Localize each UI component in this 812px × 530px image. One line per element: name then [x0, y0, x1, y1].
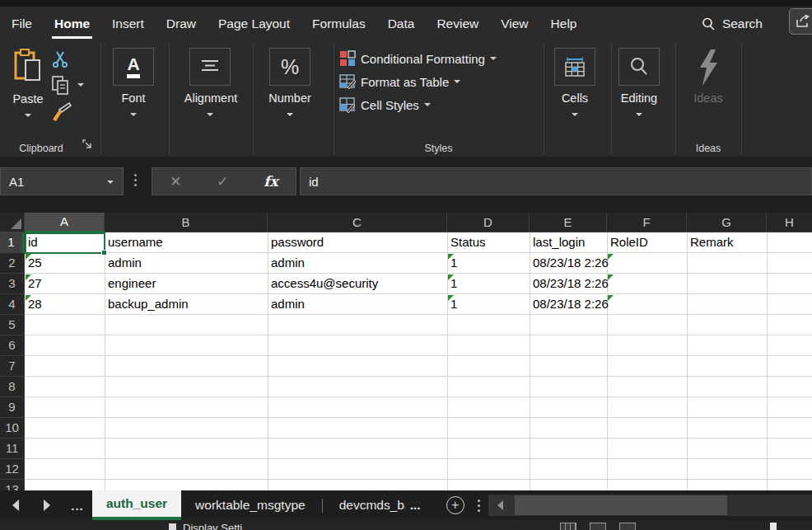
formula-input[interactable]: id — [300, 167, 812, 195]
alignment-dropdown-caret[interactable] — [207, 113, 213, 116]
select-all-corner[interactable] — [0, 213, 25, 232]
row-header-11[interactable]: 11 — [0, 439, 24, 459]
search-button[interactable]: Search — [702, 16, 763, 31]
sheet-nav-left-button[interactable] — [0, 490, 31, 520]
cells-button[interactable] — [554, 48, 595, 86]
tab-file[interactable]: File — [12, 16, 32, 31]
column-header-b[interactable]: B — [105, 213, 268, 232]
new-sheet-button[interactable]: + — [446, 496, 464, 514]
conditional-formatting-button[interactable]: Conditional Formatting — [339, 50, 497, 67]
column-header-c[interactable]: C — [268, 213, 447, 232]
spreadsheet-grid[interactable]: id username password Status last_login R… — [25, 232, 812, 490]
clipboard-dialog-launcher[interactable] — [82, 138, 92, 152]
horizontal-scrollbar[interactable] — [488, 495, 812, 516]
cells-dropdown-caret[interactable] — [572, 113, 578, 116]
tab-page-layout[interactable]: Page Layout — [218, 16, 290, 31]
cell-E3[interactable]: 08/23/18 2:26 — [530, 274, 609, 294]
cell-E1[interactable]: last_login — [530, 232, 585, 253]
tab-help[interactable]: Help — [551, 16, 577, 31]
column-header-e[interactable]: E — [530, 213, 607, 232]
cell-C3[interactable]: access4u@security — [268, 274, 378, 294]
enter-icon[interactable]: ✓ — [217, 173, 228, 190]
cell-B2[interactable]: admin — [105, 253, 142, 274]
styles-group-label: Styles — [334, 143, 544, 154]
row-header-3[interactable]: 3 — [0, 274, 24, 294]
display-settings-label[interactable]: Display Setti — [183, 522, 242, 530]
sheet-tab-worktable-msgtype[interactable]: worktable_msgtype — [181, 490, 320, 520]
cell-B1[interactable]: username — [105, 232, 163, 253]
cell-styles-button[interactable]: Cell Styles — [339, 96, 431, 113]
sheet-tab-auth-user[interactable]: auth_user — [92, 490, 181, 520]
more-sheets-indicator[interactable]: ... — [63, 490, 92, 520]
row-header-10[interactable]: 10 — [0, 418, 24, 439]
column-header-f[interactable]: F — [607, 213, 687, 232]
row-header-9[interactable]: 9 — [0, 397, 24, 418]
cut-button[interactable] — [51, 50, 69, 72]
row-header-7[interactable]: 7 — [0, 356, 24, 377]
copy-dropdown-caret[interactable] — [77, 83, 84, 87]
tab-view[interactable]: View — [501, 16, 528, 31]
view-normal-button[interactable] — [560, 523, 576, 530]
tab-truncation-ellipsis: ... — [410, 498, 421, 513]
name-box[interactable]: A1 — [0, 167, 124, 195]
share-button[interactable] — [789, 8, 812, 35]
font-button[interactable]: A — [113, 48, 154, 86]
tab-data[interactable]: Data — [388, 16, 415, 31]
column-header-h[interactable]: H — [767, 213, 812, 232]
scroll-left-button[interactable] — [488, 495, 513, 516]
fill-handle[interactable] — [101, 250, 107, 256]
cell-C2[interactable]: admin — [268, 253, 305, 274]
sheet-options-button[interactable] — [478, 500, 480, 512]
cells-label: Cells — [542, 91, 608, 105]
cell-G1[interactable]: Remark — [687, 232, 734, 253]
cell-C1[interactable]: password — [268, 232, 324, 253]
cell-B3[interactable]: engineer — [105, 274, 156, 294]
sheet-tab-devcmds[interactable]: devcmds_ba ... — [325, 490, 435, 520]
cell-D1[interactable]: Status — [447, 232, 486, 253]
alignment-button[interactable] — [189, 48, 231, 86]
number-dropdown-caret[interactable] — [287, 113, 293, 116]
cancel-icon[interactable]: ✕ — [170, 173, 181, 190]
cell-F1[interactable]: RoleID — [607, 232, 648, 253]
cell-E2[interactable]: 08/23/18 2:26 — [530, 253, 609, 274]
row-header-8[interactable]: 8 — [0, 377, 24, 397]
zoom-slider-handle[interactable] — [770, 523, 777, 530]
row-header-6[interactable]: 6 — [0, 335, 24, 356]
cell-C4[interactable]: admin — [268, 294, 305, 315]
search-icon — [702, 17, 715, 30]
tab-draw[interactable]: Draw — [166, 16, 196, 31]
number-button[interactable]: % — [269, 48, 310, 86]
scrollbar-thumb[interactable] — [515, 495, 727, 515]
ideas-button[interactable] — [685, 48, 731, 91]
column-header-a[interactable]: A — [25, 213, 105, 232]
cell-B4[interactable]: backup_admin — [105, 294, 189, 315]
name-box-caret[interactable] — [107, 181, 114, 184]
formula-bar-grip[interactable] — [134, 174, 137, 186]
column-header-g[interactable]: G — [687, 213, 767, 232]
paste-dropdown-caret[interactable] — [25, 114, 31, 117]
row-header-5[interactable]: 5 — [0, 315, 24, 335]
titlebar-strip — [0, 0, 812, 7]
editing-button[interactable] — [618, 48, 660, 86]
view-page-break-button[interactable] — [619, 523, 636, 530]
tab-review[interactable]: Review — [436, 16, 478, 31]
font-dropdown-caret[interactable] — [130, 113, 137, 116]
paste-button[interactable] — [7, 48, 49, 87]
row-header-12[interactable]: 12 — [0, 459, 24, 480]
view-page-layout-button[interactable] — [590, 523, 606, 530]
editing-dropdown-caret[interactable] — [636, 113, 642, 116]
row-header-1[interactable]: 1 — [0, 232, 24, 253]
format-painter-button[interactable] — [49, 101, 72, 126]
tab-home[interactable]: Home — [54, 16, 90, 31]
column-header-d[interactable]: D — [447, 213, 530, 232]
tab-insert[interactable]: Insert — [112, 16, 144, 31]
copy-button[interactable] — [51, 75, 72, 100]
cell-E4[interactable]: 08/23/18 2:26 — [530, 294, 609, 315]
tab-formulas[interactable]: Formulas — [312, 16, 366, 31]
insert-function-icon[interactable]: fx — [264, 173, 278, 190]
row-header-2[interactable]: 2 — [0, 253, 24, 274]
sheet-nav-right-button[interactable] — [31, 490, 63, 520]
row-header-13[interactable]: 13 — [0, 480, 24, 490]
row-header-4[interactable]: 4 — [0, 294, 24, 315]
format-as-table-button[interactable]: Format as Table — [339, 73, 460, 90]
